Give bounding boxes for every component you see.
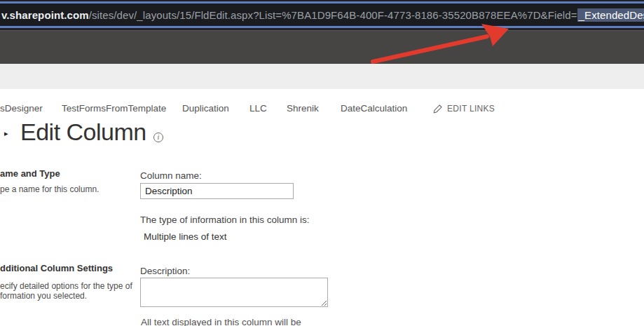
type-info-value: Multiple lines of text <box>144 231 227 242</box>
section-desc-name-and-type: pe a name for this column. <box>0 184 99 194</box>
url-selected-field-param: _ExtendedDescription <box>577 8 644 22</box>
header-band <box>0 64 644 89</box>
edit-links-button[interactable]: EDIT LINKS <box>433 104 495 114</box>
page-title: Edit Column <box>20 118 146 146</box>
section-header-additional-settings: dditional Column Settings <box>0 263 113 273</box>
section-desc-additional-line2: formation you selected. <box>0 291 87 301</box>
description-textarea[interactable] <box>140 278 328 307</box>
clipped-bottom-text: All text displayed in this column will b… <box>141 317 301 326</box>
breadcrumb-arrow-icon[interactable]: ▸ <box>4 129 8 138</box>
url-text[interactable]: v.sharepoint.com/sites/dev/_layouts/15/F… <box>1 9 644 21</box>
nav-link-datecalculation[interactable]: DateCalculation <box>341 103 407 114</box>
section-header-name-and-type: ame and Type <box>0 168 60 179</box>
info-icon[interactable]: i <box>153 133 163 142</box>
column-name-input[interactable] <box>140 183 294 199</box>
url-field[interactable]: v.sharepoint.com/sites/dev/_layouts/15/F… <box>0 1 644 28</box>
nav-link-testformsfromtemplate[interactable]: TestFormsFromTemplate <box>62 103 166 114</box>
description-label: Description: <box>140 266 190 276</box>
nav-link-llc[interactable]: LLC <box>249 103 267 114</box>
section-desc-additional-line1: ecify detailed options for the type of <box>0 281 132 291</box>
type-info-label: The type of information in this column i… <box>140 215 310 225</box>
nav-link-sdesigner[interactable]: sDesigner <box>0 103 43 114</box>
edit-links-label: EDIT LINKS <box>447 104 495 114</box>
url-domain: v.sharepoint.com <box>1 9 89 21</box>
browser-address-bar: v.sharepoint.com/sites/dev/_layouts/15/F… <box>0 0 644 30</box>
url-path: /sites/dev/_layouts/15/FldEdit.aspx?List… <box>89 9 577 21</box>
suite-bar <box>0 30 644 64</box>
column-name-label: Column name: <box>140 170 202 181</box>
pencil-icon <box>433 104 442 114</box>
nav-link-duplication[interactable]: Duplication <box>182 103 229 114</box>
page: v.sharepoint.com/sites/dev/_layouts/15/F… <box>0 0 644 326</box>
nav-link-shrenik[interactable]: Shrenik <box>287 103 319 114</box>
